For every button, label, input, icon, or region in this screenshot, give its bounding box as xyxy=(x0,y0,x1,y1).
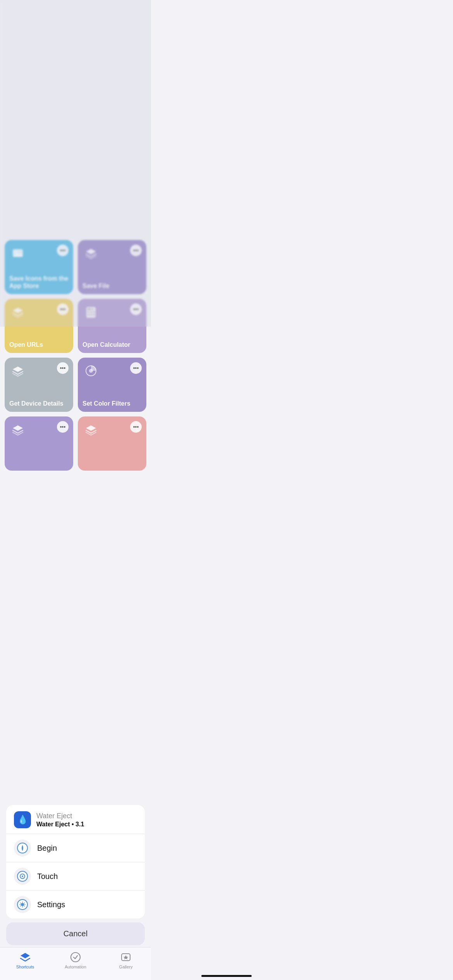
shortcut-card-get-device-details[interactable]: •••Get Device Details xyxy=(5,358,73,412)
card-title-open-urls: Open URLs xyxy=(9,341,69,348)
card-icon-save-file xyxy=(82,245,100,262)
card-menu-btn-shortcut-7[interactable]: ••• xyxy=(57,421,69,433)
shortcut-card-save-file[interactable]: •••Save File xyxy=(78,240,146,294)
card-menu-btn-open-urls[interactable]: ••• xyxy=(57,303,69,315)
card-icon-set-color-filters xyxy=(82,362,100,379)
card-menu-btn-save-icons[interactable]: ••• xyxy=(57,245,69,256)
card-icon-get-device-details xyxy=(9,362,26,379)
card-title-get-device-details: Get Device Details xyxy=(9,400,69,407)
card-menu-btn-shortcut-8[interactable]: ••• xyxy=(130,421,142,433)
card-menu-btn-get-device-details[interactable]: ••• xyxy=(57,362,69,374)
card-icon-open-calculator xyxy=(82,303,100,320)
shortcut-card-open-calculator[interactable]: •••Open Calculator xyxy=(78,299,146,353)
svg-rect-5 xyxy=(91,308,93,310)
shortcut-card-shortcut-8[interactable]: ••• xyxy=(78,416,146,471)
svg-rect-6 xyxy=(88,311,89,313)
svg-rect-8 xyxy=(93,311,95,313)
svg-point-1 xyxy=(15,251,17,254)
card-menu-btn-set-color-filters[interactable]: ••• xyxy=(130,362,142,374)
card-icon-shortcut-7 xyxy=(9,421,26,438)
card-icon-open-urls xyxy=(9,303,26,320)
card-menu-btn-open-calculator[interactable]: ••• xyxy=(130,303,142,315)
card-title-save-icons: Save Icons from the App Store xyxy=(9,275,69,290)
shortcut-card-save-icons[interactable]: •••Save Icons from the App Store xyxy=(5,240,73,294)
card-icon-save-icons xyxy=(9,245,26,262)
shortcut-card-shortcut-7[interactable]: ••• xyxy=(5,416,73,471)
shortcuts-grid: •••Save Icons from the App Store •••Save… xyxy=(0,0,151,509)
svg-point-13 xyxy=(89,369,93,373)
card-title-set-color-filters: Set Color Filters xyxy=(82,400,142,407)
svg-rect-7 xyxy=(90,311,92,313)
svg-rect-10 xyxy=(90,314,92,315)
card-title-open-calculator: Open Calculator xyxy=(82,341,142,348)
svg-rect-11 xyxy=(93,314,95,315)
svg-rect-9 xyxy=(88,314,89,315)
card-title-save-file: Save File xyxy=(82,282,142,290)
shortcut-card-set-color-filters[interactable]: •••Set Color Filters xyxy=(78,358,146,412)
card-icon-shortcut-8 xyxy=(82,421,100,438)
svg-rect-4 xyxy=(88,308,91,310)
shortcut-card-open-urls[interactable]: •••Open URLs xyxy=(5,299,73,353)
card-menu-btn-save-file[interactable]: ••• xyxy=(130,245,142,256)
